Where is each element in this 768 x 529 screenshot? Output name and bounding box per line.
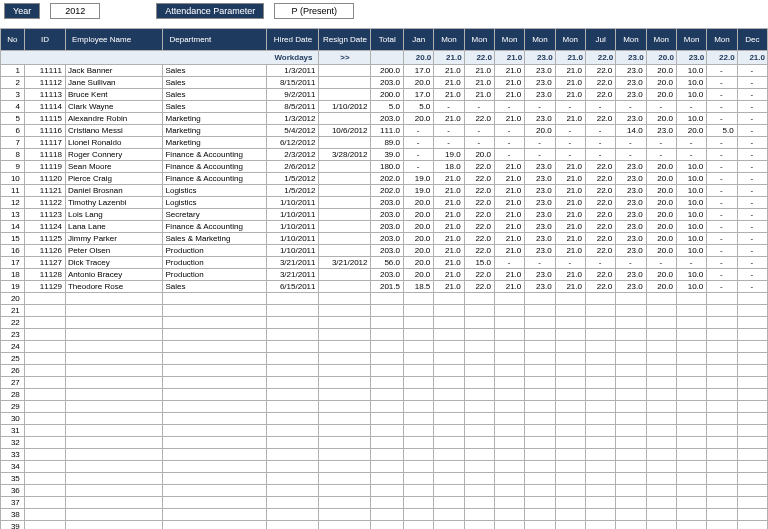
cell[interactable] [707,497,737,509]
cell[interactable] [646,473,676,485]
cell[interactable] [646,341,676,353]
cell[interactable] [319,449,371,461]
table-row-empty[interactable]: 24 [1,341,768,353]
cell[interactable] [555,425,585,437]
cell[interactable]: 20.0 [403,197,433,209]
cell[interactable] [163,449,267,461]
cell[interactable]: - [707,233,737,245]
cell[interactable] [24,413,65,425]
cell[interactable]: 21.0 [494,209,524,221]
cell[interactable]: - [555,137,585,149]
table-row-empty[interactable]: 36 [1,485,768,497]
cell[interactable] [267,425,319,437]
cell[interactable] [403,305,433,317]
cell[interactable] [319,281,371,293]
table-row[interactable]: 1111121Daniel BrosnanLogistics1/5/201220… [1,185,768,197]
cell[interactable]: 11120 [24,173,65,185]
cell[interactable] [585,461,615,473]
cell[interactable] [65,413,163,425]
cell[interactable] [494,437,524,449]
cell[interactable]: 21.0 [464,77,494,89]
cell[interactable]: 1/10/2011 [267,209,319,221]
cell[interactable]: - [707,89,737,101]
cell[interactable]: - [737,197,767,209]
table-row[interactable]: 1011120Pierce CraigFinance & Accounting1… [1,173,768,185]
cell[interactable] [163,305,267,317]
cell[interactable]: 2/6/2012 [267,161,319,173]
cell[interactable] [737,437,767,449]
cell[interactable] [464,305,494,317]
cell[interactable]: 20 [1,293,25,305]
cell[interactable]: 23.0 [525,269,555,281]
cell[interactable] [464,485,494,497]
cell[interactable] [525,437,555,449]
cell[interactable]: 20.0 [646,89,676,101]
cell[interactable] [676,389,706,401]
cell[interactable] [163,389,267,401]
cell[interactable] [585,473,615,485]
cell[interactable] [65,317,163,329]
cell[interactable] [371,509,404,521]
cell[interactable] [707,329,737,341]
cell[interactable] [646,389,676,401]
cell[interactable] [676,401,706,413]
cell[interactable] [676,425,706,437]
cell[interactable]: Alexandre Robin [65,113,163,125]
cell[interactable]: 8/5/2011 [267,101,319,113]
cell[interactable] [616,389,646,401]
cell[interactable]: 20.0 [403,77,433,89]
cell[interactable] [525,377,555,389]
cell[interactable]: 11 [1,185,25,197]
cell[interactable] [646,353,676,365]
cell[interactable]: 22.0 [585,269,615,281]
cell[interactable] [464,293,494,305]
cell[interactable]: - [494,257,524,269]
cell[interactable] [707,437,737,449]
cell[interactable]: 6/12/2012 [267,137,319,149]
cell[interactable]: 21.0 [494,161,524,173]
table-row[interactable]: 211112Jane SullivanSales8/15/2011203.020… [1,77,768,89]
cell[interactable] [319,185,371,197]
cell[interactable] [163,437,267,449]
cell[interactable]: 19.0 [434,149,464,161]
cell[interactable] [163,401,267,413]
cell[interactable] [585,389,615,401]
cell[interactable]: - [707,185,737,197]
cell[interactable] [616,305,646,317]
cell[interactable]: 21.0 [434,89,464,101]
cell[interactable] [403,341,433,353]
cell[interactable]: 22.0 [585,161,615,173]
cell[interactable] [24,341,65,353]
cell[interactable] [525,521,555,530]
cell[interactable]: - [737,137,767,149]
cell[interactable] [585,305,615,317]
cell[interactable] [24,365,65,377]
cell[interactable]: Jane Sullivan [65,77,163,89]
table-row-empty[interactable]: 29 [1,401,768,413]
cell[interactable]: 89.0 [371,137,404,149]
cell[interactable] [616,353,646,365]
cell[interactable] [319,509,371,521]
cell[interactable]: 23.0 [616,173,646,185]
cell[interactable]: - [616,137,646,149]
cell[interactable]: - [707,173,737,185]
cell[interactable] [371,521,404,530]
cell[interactable]: Theodore Rose [65,281,163,293]
cell[interactable]: 23.0 [525,65,555,77]
cell[interactable] [737,293,767,305]
cell[interactable]: 20.0 [646,161,676,173]
cell[interactable] [737,353,767,365]
cell[interactable] [494,305,524,317]
cell[interactable]: - [676,137,706,149]
cell[interactable]: 26 [1,365,25,377]
cell[interactable] [267,365,319,377]
table-row-empty[interactable]: 32 [1,437,768,449]
cell[interactable] [676,473,706,485]
cell[interactable] [65,473,163,485]
cell[interactable] [319,209,371,221]
cell[interactable] [319,317,371,329]
cell[interactable] [371,293,404,305]
cell[interactable]: 21.0 [434,221,464,233]
cell[interactable] [585,449,615,461]
cell[interactable]: Production [163,269,267,281]
